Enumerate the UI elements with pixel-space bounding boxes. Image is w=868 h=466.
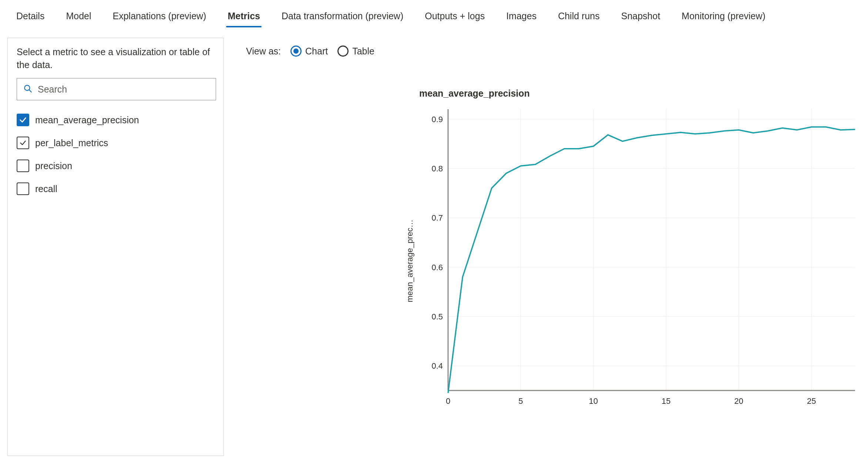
metric-item-precision[interactable]: precision <box>17 154 216 177</box>
chart-grid <box>448 109 855 390</box>
metrics-sidebar: Select a metric to see a visualization o… <box>7 38 224 456</box>
search-input[interactable] <box>33 84 210 95</box>
checkbox-mean_average_precision[interactable] <box>17 114 29 126</box>
view-as-chart[interactable]: Chart <box>290 46 328 57</box>
y-tick-label: 0.4 <box>431 361 443 371</box>
checkbox-precision[interactable] <box>17 160 29 172</box>
tab-model[interactable]: Model <box>57 4 100 27</box>
tab-childruns[interactable]: Child runs <box>549 4 609 27</box>
y-tick-label: 0.5 <box>431 312 443 321</box>
chart-plot: 0.40.50.60.70.80.90510152025 <box>415 105 859 416</box>
tab-datatransform[interactable]: Data transformation (preview) <box>273 4 412 27</box>
tabs-bar: DetailsModelExplanations (preview)Metric… <box>0 0 868 27</box>
x-tick-label: 15 <box>662 396 670 406</box>
tab-images[interactable]: Images <box>497 4 545 27</box>
chart-container: mean_average_precision mean_average_prec… <box>246 88 861 416</box>
tab-snapshot[interactable]: Snapshot <box>612 4 669 27</box>
y-tick-label: 0.6 <box>431 263 443 272</box>
tab-metrics[interactable]: Metrics <box>219 4 269 27</box>
metric-item-mean_average_precision[interactable]: mean_average_precision <box>17 108 216 131</box>
tab-outputs[interactable]: Outputs + logs <box>416 4 494 27</box>
metric-label: per_label_metrics <box>35 138 108 148</box>
tab-explanations[interactable]: Explanations (preview) <box>104 4 215 27</box>
x-tick-label: 0 <box>446 396 450 406</box>
x-tick-label: 20 <box>734 396 743 406</box>
radio-label: Chart <box>305 46 328 57</box>
x-tick-label: 25 <box>807 396 816 406</box>
checkmark-icon <box>19 116 27 124</box>
view-as-group: View as: ChartTable <box>246 40 861 62</box>
svg-line-1 <box>29 90 31 92</box>
radio-label: Table <box>352 46 374 57</box>
chart-y-axis-label: mean_average_prec… <box>401 219 415 302</box>
tab-monitoring[interactable]: Monitoring (preview) <box>673 4 774 27</box>
chart-title: mean_average_precision <box>419 88 861 99</box>
search-input-wrap[interactable] <box>17 78 216 100</box>
radio-icon <box>337 46 349 57</box>
metric-item-per_label_metrics[interactable]: per_label_metrics <box>17 131 216 154</box>
checkbox-per_label_metrics[interactable] <box>17 137 29 149</box>
search-icon <box>23 84 33 95</box>
radio-icon <box>290 46 302 57</box>
y-tick-label: 0.7 <box>431 213 443 222</box>
x-tick-label: 10 <box>589 396 598 406</box>
metric-label: recall <box>35 184 57 194</box>
sidebar-help-text: Select a metric to see a visualization o… <box>17 46 216 71</box>
checkbox-recall[interactable] <box>17 182 29 195</box>
checkmark-icon <box>19 139 27 147</box>
metric-item-recall[interactable]: recall <box>17 177 216 200</box>
y-tick-label: 0.9 <box>431 115 443 124</box>
metric-label: mean_average_precision <box>35 115 139 125</box>
metric-label: precision <box>35 161 72 171</box>
y-tick-label: 0.8 <box>431 164 443 173</box>
view-as-label: View as: <box>246 46 281 57</box>
tab-details[interactable]: Details <box>7 4 53 27</box>
x-tick-label: 5 <box>518 396 523 406</box>
view-as-table[interactable]: Table <box>337 46 374 57</box>
series-line-mean_average_precision <box>448 127 855 393</box>
